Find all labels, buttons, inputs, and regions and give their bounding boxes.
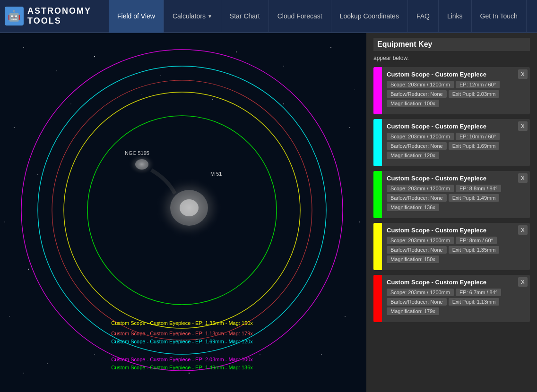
nav-get-in-touch[interactable]: Get In Touch	[472, 0, 527, 33]
eq-title-3: Custom Scope - Custom Eyepiece	[387, 227, 525, 234]
svg-text:Custom Scope - Custom Eyepiece: Custom Scope - Custom Eyepiece - EP: 1.6…	[111, 339, 253, 344]
svg-point-15	[349, 127, 350, 128]
svg-text:Custom Scope - Custom Eyepiece: Custom Scope - Custom Eyepiece - EP: 2.0…	[111, 357, 253, 362]
eq-scope-4: Scope: 203mm / 1200mm	[387, 289, 454, 296]
svg-point-19	[283, 103, 284, 104]
canvas-area: NGC 5195 M 51 Custom Scope - Custom Eyep…	[0, 33, 366, 392]
eq-exit-pupil-0: Exit Pupil: 2.03mm	[449, 90, 500, 98]
eq-close-button-2[interactable]: X	[518, 173, 528, 183]
equipment-cards-container: Custom Scope - Custom Eyepiece Scope: 20…	[373, 67, 530, 322]
logo-tools: TOOLS	[27, 16, 61, 26]
eq-ep-3: EP: 8mm / 60°	[456, 237, 497, 244]
eq-barlow-0: Barlow/Reducer: None	[387, 90, 447, 98]
eq-magnification-3: Magnification: 150x	[387, 256, 439, 263]
equipment-card-4: Custom Scope - Custom Eyepiece Scope: 20…	[373, 275, 530, 322]
svg-point-5	[236, 51, 237, 52]
eq-ep-1: EP: 10mm / 60°	[456, 133, 500, 140]
svg-point-21	[23, 373, 24, 374]
eq-content-2: Custom Scope - Custom Eyepiece Scope: 20…	[382, 171, 530, 215]
eq-barlow-2: Barlow/Reducer: None	[387, 194, 447, 202]
main-layout: NGC 5195 M 51 Custom Scope - Custom Eyep…	[0, 33, 537, 392]
svg-point-23	[141, 94, 142, 94]
eq-barlow-3: Barlow/Reducer: None	[387, 246, 447, 254]
nav-faq[interactable]: FAQ	[408, 0, 439, 33]
svg-text:NGC 5195: NGC 5195	[125, 150, 149, 156]
eq-close-button-0[interactable]: X	[518, 69, 528, 79]
svg-point-10	[37, 174, 38, 175]
eq-tags-4: Scope: 203mm / 1200mm EP: 6.7mm / 84° Ba…	[387, 289, 525, 315]
svg-point-22	[189, 373, 190, 374]
eq-exit-pupil-3: Exit Pupil: 1.35mm	[449, 246, 500, 254]
svg-point-12	[28, 269, 29, 270]
equipment-card-0: Custom Scope - Custom Eyepiece Scope: 20…	[373, 67, 530, 114]
svg-point-25	[260, 354, 260, 355]
eq-color-bar-2	[373, 171, 382, 218]
nav-links[interactable]: Links	[439, 0, 472, 33]
eq-title-0: Custom Scope - Custom Eyepiece	[387, 71, 525, 78]
svg-point-7	[330, 47, 331, 48]
equipment-card-1: Custom Scope - Custom Eyepiece Scope: 20…	[373, 119, 530, 166]
svg-point-14	[47, 363, 48, 364]
eq-scope-2: Scope: 203mm / 1200mm	[387, 185, 454, 192]
svg-point-31	[135, 159, 148, 170]
svg-point-13	[9, 316, 9, 316]
eq-scope-1: Scope: 203mm / 1200mm	[387, 133, 454, 140]
svg-text:Custom Scope - Custom Eyepiece: Custom Scope - Custom Eyepiece - EP: 1.3…	[111, 320, 253, 326]
svg-text:Custom Scope - Custom Eyepiece: Custom Scope - Custom Eyepiece - EP: 1.4…	[111, 365, 253, 370]
eq-color-bar-3	[373, 223, 382, 270]
logo-text: ASTRONOMY TOOLS	[27, 6, 91, 26]
nav-star-chart[interactable]: Star Chart	[221, 0, 269, 33]
nav-items: Field of View Calculators ▼ Star Chart C…	[109, 0, 527, 33]
nav-field-of-view[interactable]: Field of View	[109, 0, 164, 33]
eq-content-4: Custom Scope - Custom Eyepiece Scope: 20…	[382, 275, 530, 319]
svg-text:M 51: M 51	[210, 171, 222, 177]
svg-point-1	[23, 47, 24, 48]
eq-tags-0: Scope: 203mm / 1200mm EP: 12mm / 60° Bar…	[387, 81, 525, 107]
equipment-card-3: Custom Scope - Custom Eyepiece Scope: 20…	[373, 223, 530, 270]
svg-text:Custom Scope - Custom Eyepiece: Custom Scope - Custom Eyepiece - EP: 1.1…	[111, 331, 253, 336]
eq-magnification-4: Magnification: 179x	[387, 307, 439, 315]
logo-robot-icon: 🤖	[5, 7, 24, 26]
svg-point-8	[354, 89, 355, 90]
svg-point-2	[56, 70, 57, 71]
logo-astronomy: ASTRONOMY	[27, 6, 91, 16]
svg-point-24	[212, 99, 213, 100]
eq-exit-pupil-4: Exit Pupil: 1.13mm	[449, 298, 500, 306]
eq-color-bar-0	[373, 67, 382, 114]
eq-content-0: Custom Scope - Custom Eyepiece Scope: 20…	[382, 67, 530, 111]
eq-content-3: Custom Scope - Custom Eyepiece Scope: 20…	[382, 223, 530, 267]
eq-magnification-1: Magnification: 120x	[387, 152, 439, 159]
svg-point-17	[345, 316, 346, 317]
svg-point-16	[359, 222, 360, 222]
eq-barlow-4: Barlow/Reducer: None	[387, 298, 447, 306]
eq-close-button-1[interactable]: X	[518, 121, 528, 131]
right-panel: Equipment Key appear below. Custom Scope…	[366, 33, 537, 392]
eq-tags-1: Scope: 203mm / 1200mm EP: 10mm / 60° Bar…	[387, 133, 525, 159]
svg-point-6	[283, 66, 284, 67]
eq-tags-3: Scope: 203mm / 1200mm EP: 8mm / 60° Barl…	[387, 237, 525, 263]
svg-point-29	[180, 199, 199, 216]
equipment-card-2: Custom Scope - Custom Eyepiece Scope: 20…	[373, 171, 530, 218]
svg-point-18	[70, 103, 71, 104]
eq-title-4: Custom Scope - Custom Eyepiece	[387, 279, 525, 286]
eq-title-2: Custom Scope - Custom Eyepiece	[387, 175, 525, 182]
eq-color-bar-1	[373, 119, 382, 166]
eq-ep-4: EP: 6.7mm / 84°	[456, 289, 501, 296]
eq-close-button-3[interactable]: X	[518, 225, 528, 235]
navbar: 🤖 ASTRONOMY TOOLS Field of View Calculat…	[0, 0, 537, 33]
eq-content-1: Custom Scope - Custom Eyepiece Scope: 20…	[382, 119, 530, 163]
eq-exit-pupil-1: Exit Pupil: 1.69mm	[449, 142, 500, 150]
nav-calculators[interactable]: Calculators ▼	[164, 0, 221, 33]
svg-point-11	[4, 222, 5, 222]
eq-title-1: Custom Scope - Custom Eyepiece	[387, 123, 525, 130]
eq-tags-2: Scope: 203mm / 1200mm EP: 8.8mm / 84° Ba…	[387, 185, 525, 211]
svg-point-26	[94, 354, 95, 355]
eq-color-bar-4	[373, 275, 382, 322]
nav-cloud-forecast[interactable]: Cloud Forecast	[269, 0, 331, 33]
nav-lookup-coordinates[interactable]: Lookup Coordinates	[331, 0, 408, 33]
eq-scope-0: Scope: 203mm / 1200mm	[387, 81, 454, 88]
eq-close-button-4[interactable]: X	[518, 277, 528, 287]
svg-point-20	[321, 354, 322, 355]
logo[interactable]: 🤖 ASTRONOMY TOOLS	[5, 6, 99, 26]
svg-point-9	[14, 127, 15, 128]
